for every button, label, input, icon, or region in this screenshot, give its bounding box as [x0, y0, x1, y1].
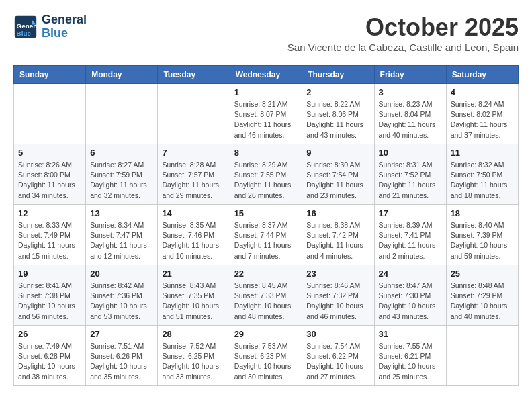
day-number: 22 [234, 269, 298, 279]
day-number: 7 [162, 148, 225, 158]
day-number: 26 [18, 329, 81, 339]
calendar-cell: 13Sunrise: 8:34 AMSunset: 7:47 PMDayligh… [86, 205, 158, 265]
day-info: Sunrise: 8:41 AMSunset: 7:38 PMDaylight:… [18, 281, 81, 322]
day-info: Sunrise: 8:28 AMSunset: 7:57 PMDaylight:… [162, 160, 225, 201]
calendar-cell: 7Sunrise: 8:28 AMSunset: 7:57 PMDaylight… [158, 144, 230, 205]
day-info: Sunrise: 8:32 AMSunset: 7:50 PMDaylight:… [451, 160, 514, 201]
day-number: 6 [90, 148, 153, 158]
day-info: Sunrise: 8:23 AMSunset: 8:04 PMDaylight:… [379, 99, 442, 140]
calendar-cell: 28Sunrise: 7:52 AMSunset: 6:25 PMDayligh… [158, 326, 230, 386]
calendar-cell: 8Sunrise: 8:29 AMSunset: 7:55 PMDaylight… [230, 144, 302, 205]
day-info: Sunrise: 8:39 AMSunset: 7:41 PMDaylight:… [379, 220, 442, 261]
logo-text: General Blue [42, 13, 87, 40]
day-number: 1 [234, 87, 298, 97]
location-title: San Vicente de la Cabeza, Castille and L… [287, 42, 519, 53]
logo-icon: General Blue [13, 15, 38, 39]
day-number: 17 [379, 208, 442, 218]
day-info: Sunrise: 8:31 AMSunset: 7:52 PMDaylight:… [379, 160, 442, 201]
day-info: Sunrise: 8:26 AMSunset: 8:00 PMDaylight:… [18, 160, 81, 201]
day-info: Sunrise: 8:48 AMSunset: 7:29 PMDaylight:… [451, 281, 514, 322]
weekday-header-saturday: Saturday [446, 66, 518, 84]
day-info: Sunrise: 7:49 AMSunset: 6:28 PMDaylight:… [18, 341, 81, 382]
day-number: 18 [451, 208, 514, 218]
weekday-header-monday: Monday [86, 66, 158, 84]
day-info: Sunrise: 7:53 AMSunset: 6:23 PMDaylight:… [234, 341, 298, 382]
calendar-cell [86, 84, 158, 144]
day-number: 19 [18, 269, 81, 279]
calendar-cell: 25Sunrise: 8:48 AMSunset: 7:29 PMDayligh… [446, 265, 518, 326]
day-info: Sunrise: 8:38 AMSunset: 7:42 PMDaylight:… [306, 220, 369, 261]
day-number: 30 [306, 329, 369, 339]
weekday-header-sunday: Sunday [14, 66, 86, 84]
day-info: Sunrise: 8:34 AMSunset: 7:47 PMDaylight:… [90, 220, 153, 261]
day-number: 10 [379, 148, 442, 158]
calendar-cell: 6Sunrise: 8:27 AMSunset: 7:59 PMDaylight… [86, 144, 158, 205]
day-info: Sunrise: 8:40 AMSunset: 7:39 PMDaylight:… [451, 220, 514, 261]
day-number: 23 [306, 269, 369, 279]
calendar-cell: 9Sunrise: 8:30 AMSunset: 7:54 PMDaylight… [302, 144, 374, 205]
calendar-cell: 17Sunrise: 8:39 AMSunset: 7:41 PMDayligh… [374, 205, 446, 265]
weekday-header-wednesday: Wednesday [230, 66, 302, 84]
day-info: Sunrise: 7:54 AMSunset: 6:22 PMDaylight:… [306, 341, 369, 382]
title-section: October 2025 San Vicente de la Cabeza, C… [287, 13, 519, 60]
day-info: Sunrise: 8:29 AMSunset: 7:55 PMDaylight:… [234, 160, 298, 201]
calendar-cell: 4Sunrise: 8:24 AMSunset: 8:02 PMDaylight… [446, 84, 518, 144]
day-number: 4 [451, 87, 514, 97]
day-info: Sunrise: 8:35 AMSunset: 7:46 PMDaylight:… [162, 220, 225, 261]
calendar-cell [446, 326, 518, 386]
calendar-cell: 14Sunrise: 8:35 AMSunset: 7:46 PMDayligh… [158, 205, 230, 265]
calendar-table: SundayMondayTuesdayWednesdayThursdayFrid… [13, 65, 519, 386]
day-info: Sunrise: 8:47 AMSunset: 7:30 PMDaylight:… [379, 281, 442, 322]
calendar-cell: 31Sunrise: 7:55 AMSunset: 6:21 PMDayligh… [374, 326, 446, 386]
calendar-cell: 15Sunrise: 8:37 AMSunset: 7:44 PMDayligh… [230, 205, 302, 265]
day-info: Sunrise: 8:43 AMSunset: 7:35 PMDaylight:… [162, 281, 225, 322]
calendar-cell: 10Sunrise: 8:31 AMSunset: 7:52 PMDayligh… [374, 144, 446, 205]
day-info: Sunrise: 8:24 AMSunset: 8:02 PMDaylight:… [451, 99, 514, 140]
weekday-header-thursday: Thursday [302, 66, 374, 84]
calendar-cell [158, 84, 230, 144]
calendar-cell: 21Sunrise: 8:43 AMSunset: 7:35 PMDayligh… [158, 265, 230, 326]
day-number: 28 [162, 329, 225, 339]
calendar-cell: 16Sunrise: 8:38 AMSunset: 7:42 PMDayligh… [302, 205, 374, 265]
calendar-cell: 22Sunrise: 8:45 AMSunset: 7:33 PMDayligh… [230, 265, 302, 326]
day-number: 25 [451, 269, 514, 279]
weekday-header-tuesday: Tuesday [158, 66, 230, 84]
calendar-cell: 20Sunrise: 8:42 AMSunset: 7:36 PMDayligh… [86, 265, 158, 326]
calendar-cell: 24Sunrise: 8:47 AMSunset: 7:30 PMDayligh… [374, 265, 446, 326]
day-info: Sunrise: 8:33 AMSunset: 7:49 PMDaylight:… [18, 220, 81, 261]
day-number: 15 [234, 208, 298, 218]
day-number: 20 [90, 269, 153, 279]
day-info: Sunrise: 8:27 AMSunset: 7:59 PMDaylight:… [90, 160, 153, 201]
day-number: 24 [379, 269, 442, 279]
day-number: 2 [306, 87, 369, 97]
calendar-cell: 18Sunrise: 8:40 AMSunset: 7:39 PMDayligh… [446, 205, 518, 265]
day-number: 8 [234, 148, 298, 158]
day-number: 12 [18, 208, 81, 218]
day-info: Sunrise: 7:52 AMSunset: 6:25 PMDaylight:… [162, 341, 225, 382]
calendar-cell: 5Sunrise: 8:26 AMSunset: 8:00 PMDaylight… [14, 144, 86, 205]
calendar-cell: 30Sunrise: 7:54 AMSunset: 6:22 PMDayligh… [302, 326, 374, 386]
logo: General Blue General Blue [13, 13, 87, 40]
day-info: Sunrise: 8:42 AMSunset: 7:36 PMDaylight:… [90, 281, 153, 322]
calendar-cell: 23Sunrise: 8:46 AMSunset: 7:32 PMDayligh… [302, 265, 374, 326]
month-title: October 2025 [287, 13, 519, 42]
day-number: 5 [18, 148, 81, 158]
day-number: 13 [90, 208, 153, 218]
calendar-cell: 12Sunrise: 8:33 AMSunset: 7:49 PMDayligh… [14, 205, 86, 265]
day-number: 3 [379, 87, 442, 97]
day-info: Sunrise: 8:46 AMSunset: 7:32 PMDaylight:… [306, 281, 369, 322]
day-info: Sunrise: 8:37 AMSunset: 7:44 PMDaylight:… [234, 220, 298, 261]
calendar-cell: 26Sunrise: 7:49 AMSunset: 6:28 PMDayligh… [14, 326, 86, 386]
calendar-cell: 27Sunrise: 7:51 AMSunset: 6:26 PMDayligh… [86, 326, 158, 386]
weekday-header-friday: Friday [374, 66, 446, 84]
calendar-cell: 2Sunrise: 8:22 AMSunset: 8:06 PMDaylight… [302, 84, 374, 144]
day-number: 16 [306, 208, 369, 218]
calendar-cell: 19Sunrise: 8:41 AMSunset: 7:38 PMDayligh… [14, 265, 86, 326]
day-info: Sunrise: 7:51 AMSunset: 6:26 PMDaylight:… [90, 341, 153, 382]
day-info: Sunrise: 8:22 AMSunset: 8:06 PMDaylight:… [306, 99, 369, 140]
calendar-cell: 3Sunrise: 8:23 AMSunset: 8:04 PMDaylight… [374, 84, 446, 144]
day-number: 29 [234, 329, 298, 339]
svg-text:Blue: Blue [17, 29, 32, 36]
day-number: 14 [162, 208, 225, 218]
calendar-cell [14, 84, 86, 144]
